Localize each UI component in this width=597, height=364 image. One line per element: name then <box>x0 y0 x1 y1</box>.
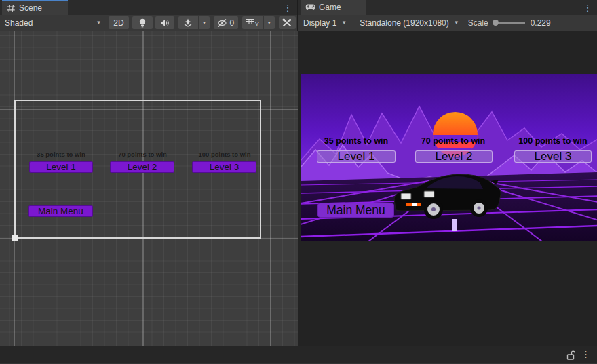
tab-scene-label: Scene <box>19 3 42 13</box>
scene-points-label-2: 70 points to win <box>102 150 183 158</box>
game-panel-menu-icon[interactable]: ⋮ <box>582 1 593 14</box>
grid-icon <box>7 4 16 13</box>
scene-panel: Scene ⋮ Shaded ▼ 2D <box>0 0 298 346</box>
scene-toolbar: Shaded ▼ 2D <box>0 15 297 31</box>
toolbar-separator <box>353 18 353 28</box>
grid-axis-label: Y <box>255 21 259 28</box>
scene-points-label-1: 35 points to win <box>20 150 102 158</box>
tab-scene[interactable]: Scene <box>2 0 68 15</box>
scale-slider[interactable] <box>494 18 525 28</box>
scene-effects-dropdown[interactable]: ▼ <box>199 16 210 29</box>
chevron-down-icon: ▼ <box>341 20 347 26</box>
scene-visibility-button[interactable]: 0 <box>214 16 238 29</box>
scale-value: 0.229 <box>531 18 551 28</box>
scene-audio-button[interactable] <box>155 16 174 29</box>
hidden-count: 0 <box>229 18 234 28</box>
scene-level2-button[interactable]: Level 2 <box>110 161 174 173</box>
draw-mode-label: Shaded <box>5 18 33 28</box>
scene-grid-button[interactable]: Y <box>242 16 263 29</box>
gamepad-icon <box>305 4 315 11</box>
resolution-label: Standalone (1920x1080) <box>360 18 448 28</box>
grid-icon <box>246 19 254 27</box>
tab-game-label: Game <box>319 3 341 12</box>
2d-label: 2D <box>113 18 123 28</box>
speaker-icon <box>160 19 170 27</box>
resolution-dropdown[interactable]: Standalone (1920x1080) ▼ <box>356 16 462 30</box>
game-points-label-1: 35 points to win <box>305 136 407 146</box>
scene-panel-menu-icon[interactable]: ⋮ <box>282 1 293 14</box>
tab-game[interactable]: Game <box>301 0 366 15</box>
scene-major-gridline <box>270 31 271 346</box>
scene-effects-button[interactable] <box>178 16 198 29</box>
scale-label: Scale <box>468 18 488 28</box>
scene-points-label-3: 100 points to win <box>184 150 265 158</box>
scene-level1-button[interactable]: Level 1 <box>29 161 93 173</box>
display-label: Display 1 <box>303 18 336 28</box>
game-level3-button[interactable]: Level 3 <box>514 150 592 163</box>
chevron-down-icon: ▼ <box>267 20 271 25</box>
game-level1-button[interactable]: Level 1 <box>317 150 396 163</box>
game-tabstrip: Game ⋮ <box>298 0 597 15</box>
status-bar: ⋮ <box>0 346 597 364</box>
statusbar-menu-icon[interactable]: ⋮ <box>581 349 590 359</box>
game-panel: Game ⋮ Display 1 ▼ Standalone (1920x1080… <box>298 0 597 346</box>
game-viewport[interactable]: 35 points to win 70 points to win 100 po… <box>301 74 597 241</box>
scene-tools-button[interactable] <box>279 16 296 29</box>
eye-slash-icon <box>217 19 227 27</box>
scene-tabstrip: Scene ⋮ <box>0 0 297 15</box>
game-points-label-2: 70 points to win <box>402 136 504 146</box>
scene-mainmenu-button[interactable]: Main Menu <box>28 205 93 217</box>
sparkle-icon <box>183 18 193 27</box>
scene-grid-dropdown[interactable]: ▼ <box>264 16 275 29</box>
toggle-2d-button[interactable]: 2D <box>109 16 128 29</box>
unity-editor-window: Scene ⋮ Shaded ▼ 2D <box>0 0 597 364</box>
scene-viewport[interactable]: 35 points to win 70 points to win 100 po… <box>0 31 298 346</box>
game-mainmenu-button[interactable]: Main Menu <box>317 203 394 218</box>
scale-slider-handle[interactable] <box>493 20 499 26</box>
scene-lighting-button[interactable] <box>132 16 152 29</box>
display-dropdown[interactable]: Display 1 ▼ <box>300 16 350 30</box>
game-points-label-3: 100 points to win <box>502 136 597 146</box>
chevron-down-icon: ▼ <box>96 20 102 26</box>
canvas-corner-handle[interactable] <box>12 235 18 241</box>
unlocked-padlock-icon[interactable] <box>566 350 575 360</box>
draw-mode-dropdown[interactable]: Shaded ▼ <box>1 16 105 30</box>
tools-icon <box>282 18 292 27</box>
game-toolbar: Display 1 ▼ Standalone (1920x1080) ▼ Sca… <box>298 15 597 31</box>
scene-level3-button[interactable]: Level 3 <box>192 161 256 173</box>
chevron-down-icon: ▼ <box>454 20 459 26</box>
game-level2-button[interactable]: Level 2 <box>415 150 493 163</box>
chevron-down-icon: ▼ <box>201 20 206 25</box>
lightbulb-icon <box>138 18 147 28</box>
